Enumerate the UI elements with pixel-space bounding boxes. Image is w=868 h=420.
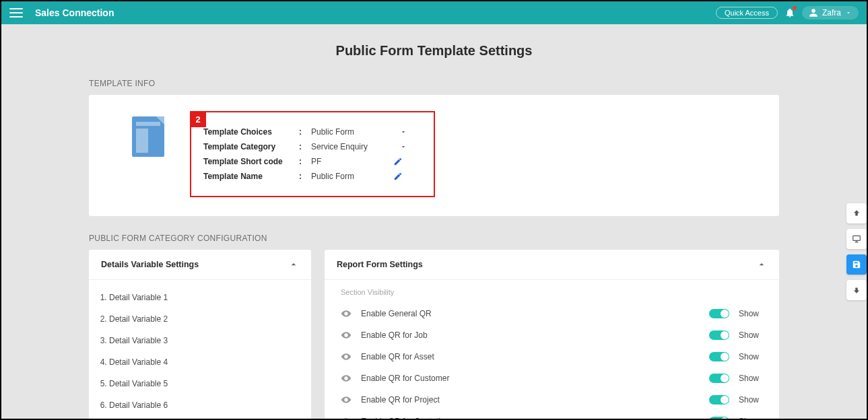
eye-icon: [341, 416, 352, 419]
chevron-down-icon: [845, 9, 852, 16]
save-button[interactable]: [846, 254, 867, 275]
list-item[interactable]: Detail Variable 3: [109, 330, 298, 351]
template-info-card: 2 Template Choices : Public Form Templat…: [89, 95, 779, 216]
toggle-switch[interactable]: [709, 330, 729, 340]
top-bar: Sales Connection Quick Access Zafra: [1, 1, 867, 24]
list-item[interactable]: Detail Variable 4: [109, 351, 298, 373]
visibility-label: Enable QR for Quotation: [361, 417, 700, 419]
template-shortcode-value: PF: [311, 157, 378, 166]
edit-name-icon[interactable]: [393, 172, 403, 181]
toggle-switch[interactable]: [709, 352, 729, 361]
notifications-bell-icon[interactable]: [784, 7, 795, 18]
list-item[interactable]: Detail Variable 5: [109, 373, 298, 394]
template-category-label: Template Category: [203, 142, 291, 151]
report-collapse-icon[interactable]: [756, 259, 767, 270]
report-form-title: Report Form Settings: [337, 260, 423, 269]
svg-rect-4: [136, 126, 160, 129]
list-item[interactable]: Detail Variable 1: [109, 287, 298, 308]
template-choices-dropdown-icon[interactable]: [400, 129, 407, 135]
eye-icon: [341, 308, 352, 319]
eye-icon: [341, 330, 352, 341]
toggle-switch[interactable]: [709, 395, 729, 405]
visibility-row: Enable QR for Job Show: [341, 324, 763, 346]
desktop-view-button[interactable]: [846, 229, 867, 249]
visibility-row: Enable General QR Show: [341, 303, 763, 324]
details-variable-list: Detail Variable 1 Detail Variable 2 Deta…: [89, 280, 311, 419]
quick-access-button[interactable]: Quick Access: [716, 7, 778, 19]
visibility-label: Enable QR for Customer: [361, 374, 700, 383]
visibility-row: Enable QR for Customer Show: [341, 368, 763, 389]
visibility-label: Enable QR for Job: [361, 330, 700, 340]
template-info-label: TEMPLATE INFO: [89, 79, 779, 88]
visibility-row: Enable QR for Project Show: [341, 389, 763, 411]
template-shortcode-label: Template Short code: [203, 157, 291, 166]
step-badge: 2: [190, 111, 206, 127]
report-form-card: Report Form Settings Section Visibility …: [325, 250, 779, 419]
visibility-label: Enable QR for Asset: [361, 352, 700, 361]
notification-dot: [793, 6, 797, 10]
list-item[interactable]: Detail Variable 2: [109, 308, 298, 330]
user-name: Zafra: [822, 8, 841, 18]
template-category-dropdown-icon[interactable]: [400, 143, 407, 150]
details-variable-title: Details Variable Settings: [101, 260, 199, 269]
floating-actions: [846, 203, 867, 300]
config-section-label: PUBLIC FORM CATEGORY CONFIGURATION: [89, 234, 779, 243]
template-name-label: Template Name: [203, 172, 291, 181]
svg-rect-5: [853, 236, 861, 240]
user-menu[interactable]: Zafra: [802, 6, 859, 20]
template-category-value[interactable]: Service Enquiry: [311, 142, 378, 151]
list-item[interactable]: Detail Variable 6: [109, 394, 298, 416]
arrow-up-icon: [852, 209, 861, 218]
visibility-label: Enable General QR: [361, 309, 700, 318]
scroll-up-button[interactable]: [846, 203, 867, 223]
details-variable-card: Details Variable Settings Detail Variabl…: [89, 250, 311, 419]
brand-title: Sales Connection: [35, 7, 114, 18]
document-icon: [129, 114, 170, 161]
page-title: Public Form Template Settings: [89, 43, 779, 59]
section-visibility-label: Section Visibility: [341, 288, 763, 296]
arrow-down-icon: [852, 285, 861, 295]
template-highlight-box: 2 Template Choices : Public Form Templat…: [190, 111, 435, 197]
monitor-icon: [852, 234, 861, 244]
scroll-down-button[interactable]: [846, 280, 867, 300]
details-collapse-icon[interactable]: [288, 259, 299, 270]
toggle-switch[interactable]: [709, 309, 729, 318]
template-choices-label: Template Choices: [203, 127, 291, 137]
edit-shortcode-icon[interactable]: [393, 157, 403, 166]
toggle-switch[interactable]: [709, 374, 729, 383]
visibility-row: Enable QR for Quotation Show: [341, 411, 763, 419]
template-choices-value[interactable]: Public Form: [311, 127, 378, 137]
visibility-row: Enable QR for Asset Show: [341, 346, 763, 368]
eye-icon: [341, 351, 352, 362]
template-name-value: Public Form: [311, 172, 378, 181]
visibility-label: Enable QR for Project: [361, 395, 700, 405]
toggle-switch[interactable]: [709, 417, 729, 419]
eye-icon: [341, 373, 352, 384]
eye-icon: [341, 394, 352, 405]
save-icon: [852, 260, 861, 269]
menu-hamburger-icon[interactable]: [9, 8, 23, 18]
svg-rect-3: [148, 126, 160, 153]
